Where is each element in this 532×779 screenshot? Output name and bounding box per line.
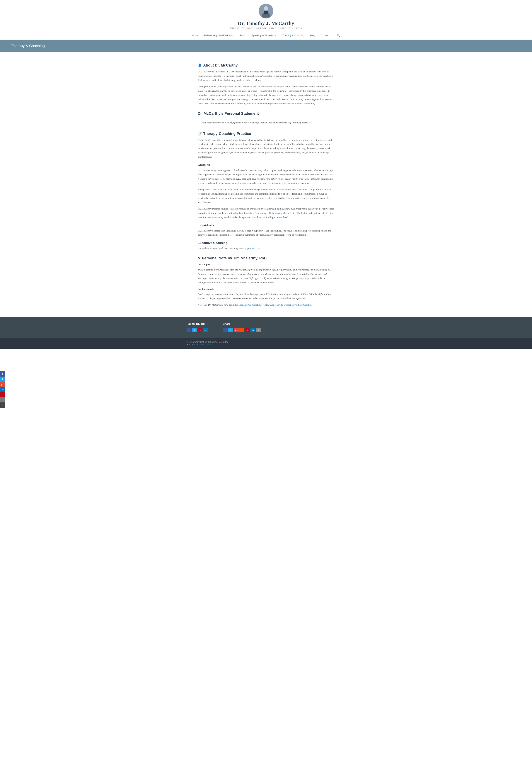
footer-follow: Follow Dr. Tim f t p in xyxy=(187,322,208,333)
main-content: 👤 About Dr. McCarthy Dr. McCarthy is a L… xyxy=(187,52,345,317)
site-subtitle: THERAPIST, COACH, AUTHOR, AND SPEAKER/PR… xyxy=(0,27,532,29)
follow-linkedin[interactable]: in xyxy=(203,327,208,333)
svg-point-1 xyxy=(264,6,268,11)
self-evaluation-link[interactable]: Extraordinary Relationship-Marriage Self… xyxy=(255,212,308,214)
share-linkedin[interactable]: in xyxy=(251,327,255,333)
for-individuals-text: Don't accept any area of unhappiness in … xyxy=(198,292,334,301)
executive-coaching-heading: Executive Coaching xyxy=(198,241,334,245)
site-design-guru-link[interactable]: Site Design Guru xyxy=(194,343,211,346)
page-banner: Therapy & Coaching xyxy=(0,40,532,52)
follow-facebook[interactable]: f xyxy=(187,327,191,333)
share-heading: Share xyxy=(223,322,261,325)
about-p2: During the first 28 years of practice Dr… xyxy=(198,84,334,106)
nav-therapy-coaching[interactable]: Therapy & Coaching xyxy=(279,32,308,39)
search-icon[interactable]: 🔍 xyxy=(334,31,343,40)
copyright-bar: © 2016 Copyright Dr. Timothy J. McCarthy… xyxy=(0,338,532,349)
share-googleplus[interactable]: g+ xyxy=(234,327,239,333)
main-nav: Home Relationship Self-Evaluation Book S… xyxy=(0,31,532,40)
site-header: Dr. Timothy J. McCarthy THERAPIST, COACH… xyxy=(0,0,532,31)
therapy-practice-heading: 📝 Therapy-Coaching Practice xyxy=(198,131,334,136)
execperform-link[interactable]: execperform.com xyxy=(243,247,260,250)
page-title: Therapy & Coaching xyxy=(11,44,521,48)
notepad-icon: 📝 xyxy=(198,131,202,136)
couples-heading: Couples xyxy=(198,163,334,167)
individuals-p1: Dr. McCarthy's approach in individual th… xyxy=(198,229,334,237)
executive-coaching-p1: For leadership, team, and sales coaching… xyxy=(198,246,334,250)
site-footer: Follow Dr. Tim f t p in Share f t g+ r p… xyxy=(0,317,532,338)
site-title: Dr. Timothy J. McCarthy xyxy=(0,20,532,26)
svg-rect-3 xyxy=(264,10,268,14)
share-reddit[interactable]: r xyxy=(240,327,244,333)
personal-statement-heading: Dr. McCarthy's Personal Statement xyxy=(198,111,334,116)
nav-home[interactable]: Home xyxy=(189,32,201,39)
about-p1: Dr. McCarthy is a Licensed PhD Psycholog… xyxy=(198,70,334,82)
share-facebook[interactable]: f xyxy=(223,327,227,333)
for-couples-text: There's nothing more important than the … xyxy=(198,268,334,285)
book-link[interactable]: Relationship Co-Coaching: A New Approach… xyxy=(235,303,312,306)
site-by: Site by Site Design Guru xyxy=(187,343,345,346)
nav-self-evaluation[interactable]: Relationship Self-Evaluation xyxy=(201,32,238,39)
for-individuals-label: For Individuals xyxy=(198,287,334,291)
footer-share: Share f t g+ r p in ✉ xyxy=(223,322,261,333)
share-email[interactable]: ✉ xyxy=(256,327,261,333)
follow-social-icons: f t p in xyxy=(187,327,208,333)
therapy-practice-p1: Dr. McCarthy specializes in couples-mari… xyxy=(198,138,334,159)
personal-statement-quote: "My personal mission is to help people m… xyxy=(198,119,334,126)
note-book: Note: See Dr. McCarthy's new book: Relat… xyxy=(198,303,334,307)
couples-p1: Dr. Tim McCarthy's new approach of Relat… xyxy=(198,168,334,185)
couples-p2: Each partner seeks to clearly identify h… xyxy=(198,188,334,204)
for-couples-label: For Couples xyxy=(198,262,334,266)
nav-contact[interactable]: Contact xyxy=(318,32,332,39)
follow-twitter[interactable]: t xyxy=(192,327,197,333)
nav-blog[interactable]: Blog xyxy=(307,32,318,39)
copyright-text: © 2016 Copyright Dr. Timothy J. McCarthy xyxy=(187,341,345,343)
nav-book[interactable]: Book xyxy=(237,32,249,39)
individuals-heading: Individuals xyxy=(198,224,334,227)
nav-speaking[interactable]: Speaking & Workshops xyxy=(249,32,279,39)
person-icon: 👤 xyxy=(198,63,202,67)
share-pinterest[interactable]: p xyxy=(245,327,250,333)
about-heading: 👤 About Dr. McCarthy xyxy=(198,63,334,67)
personal-note-heading: ✎ Personal Note by Tim McCarthy, PhD xyxy=(198,256,334,260)
author-photo xyxy=(259,4,273,18)
edit-icon: ✎ xyxy=(198,256,200,260)
follow-pinterest[interactable]: p xyxy=(198,327,202,333)
follow-heading: Follow Dr. Tim xyxy=(187,322,208,325)
share-twitter[interactable]: t xyxy=(228,327,233,333)
couples-p3: Dr. McCarthy inspires couples to set the… xyxy=(198,207,334,220)
share-social-icons: f t g+ r p in ✉ xyxy=(223,327,261,333)
